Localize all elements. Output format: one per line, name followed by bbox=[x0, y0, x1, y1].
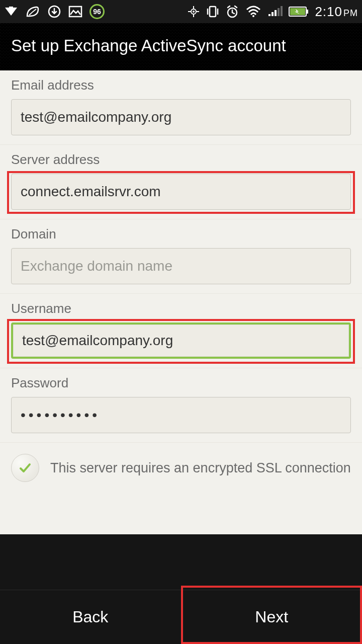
picture-icon bbox=[68, 6, 82, 18]
leaf-icon bbox=[25, 5, 40, 18]
setup-form: Email address Server address Domain User… bbox=[0, 70, 362, 534]
svg-rect-5 bbox=[210, 7, 216, 17]
svg-rect-9 bbox=[272, 12, 274, 16]
footer-spacer bbox=[0, 534, 362, 590]
back-button[interactable]: Back bbox=[0, 590, 182, 644]
status-right: 2:10PM bbox=[187, 4, 358, 20]
ssl-checkbox[interactable] bbox=[11, 454, 39, 482]
svg-rect-11 bbox=[278, 8, 280, 16]
password-group: Password bbox=[0, 368, 362, 443]
vibrate-icon bbox=[206, 5, 219, 19]
check-icon bbox=[18, 460, 33, 475]
email-input[interactable] bbox=[11, 99, 351, 135]
svg-rect-12 bbox=[281, 6, 283, 16]
domain-input[interactable] bbox=[11, 248, 351, 284]
battery-icon bbox=[289, 6, 309, 17]
sync-icon bbox=[47, 5, 61, 19]
server-input[interactable] bbox=[11, 174, 351, 210]
gps-icon bbox=[187, 5, 200, 18]
wifi-icon bbox=[245, 6, 261, 18]
svg-rect-15 bbox=[307, 10, 308, 14]
status-left: 96 bbox=[4, 4, 105, 19]
ssl-row[interactable]: This server requires an encrypted SSL co… bbox=[0, 443, 362, 496]
svg-rect-2 bbox=[69, 7, 81, 17]
svg-rect-0 bbox=[9, 7, 13, 9]
email-group: Email address bbox=[0, 70, 362, 145]
battery-badge-icon: 96 bbox=[89, 4, 105, 19]
signal-icon bbox=[267, 6, 283, 17]
svg-point-4 bbox=[193, 11, 195, 13]
footer: Back Next bbox=[0, 590, 362, 644]
server-group: Server address bbox=[0, 145, 362, 219]
svg-rect-10 bbox=[275, 10, 277, 16]
password-label: Password bbox=[11, 375, 351, 391]
page-title: Set up Exchange ActiveSync account bbox=[0, 23, 362, 70]
domain-group: Domain bbox=[0, 219, 362, 294]
ssl-label: This server requires an encrypted SSL co… bbox=[50, 459, 351, 477]
server-label: Server address bbox=[11, 152, 351, 168]
username-input[interactable] bbox=[11, 323, 351, 359]
email-label: Email address bbox=[11, 77, 351, 93]
svg-point-7 bbox=[252, 15, 254, 17]
password-input[interactable] bbox=[11, 397, 351, 433]
svg-rect-8 bbox=[268, 14, 270, 16]
clock: 2:10PM bbox=[315, 4, 358, 20]
alarm-icon bbox=[225, 5, 239, 19]
username-label: Username bbox=[11, 301, 351, 316]
domain-label: Domain bbox=[11, 226, 351, 242]
status-bar: 96 2:10PM bbox=[0, 0, 362, 23]
next-button[interactable]: Next bbox=[182, 590, 363, 644]
username-group: Username bbox=[0, 294, 362, 368]
notification-icon bbox=[4, 6, 18, 18]
